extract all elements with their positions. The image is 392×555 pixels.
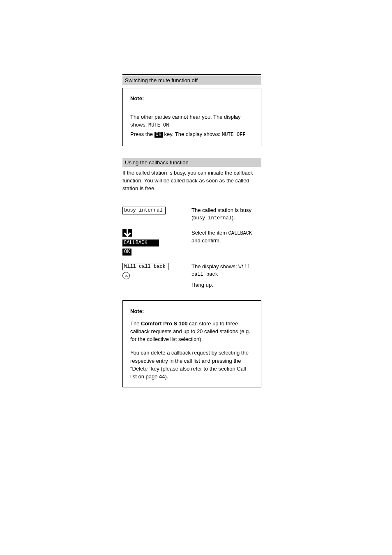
lcd-display-willcallback: Will call back [122, 263, 168, 271]
section-heading: Switching the mute function off [122, 76, 261, 85]
intro-paragraph: If the called station is busy, you can i… [122, 169, 261, 193]
ok-key-icon: OK [122, 249, 131, 256]
mute-on-value: MUTE ON [148, 122, 169, 128]
note-box-2: Note: The Comfort Pro S 100 can store up… [122, 300, 261, 387]
mute-off-value: MUTE OFF [222, 132, 246, 138]
section-heading-2: Using the callback function [122, 158, 261, 167]
step3-text: The display shows: Will call back Hang u… [191, 263, 261, 289]
notebox-para1: The Comfort Pro S 100 can store up to th… [130, 320, 254, 343]
lcd-display: busy internal [122, 207, 166, 214]
step1-text: The called station is busy (busy interna… [191, 207, 261, 222]
note-body: The other parties cannot hear you. The d… [130, 114, 241, 128]
arrow-down-icon [122, 229, 132, 237]
hangup-icon [122, 272, 130, 279]
step2-text: Select the item CALLBACK and confirm. [191, 229, 261, 244]
ok-key-icon: OK [154, 132, 163, 138]
note-box-1: Note: The other parties cannot hear you.… [122, 88, 261, 146]
note-label: Note: [130, 95, 144, 101]
lcd-display-callback: CALLBACK [122, 240, 159, 246]
notebox-para2: You can delete a callback request by sel… [130, 349, 254, 380]
instruction-suffix: key. The display shows: [163, 131, 222, 137]
footer-rule [122, 404, 261, 404]
instruction-prefix: Press the [130, 131, 154, 137]
note-label: Note: [130, 308, 144, 314]
